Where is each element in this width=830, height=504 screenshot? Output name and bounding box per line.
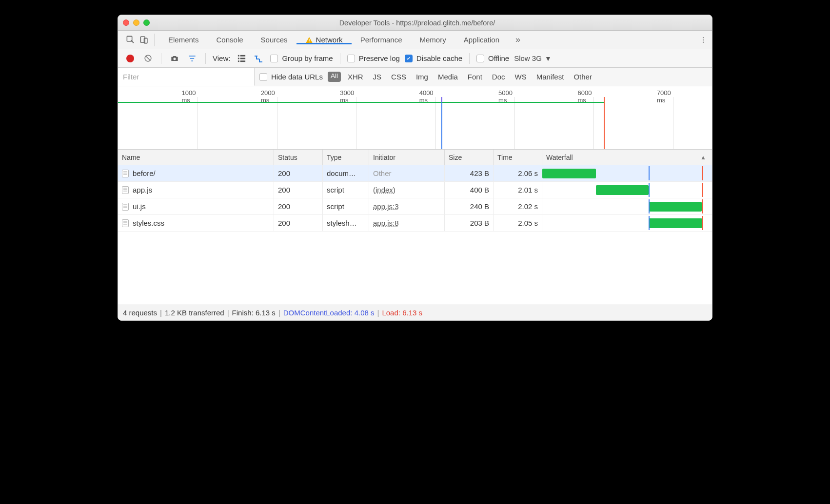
tab-network[interactable]: Network bbox=[296, 36, 352, 44]
file-icon bbox=[122, 170, 129, 177]
svg-rect-11 bbox=[240, 55, 245, 57]
network-toolbar: View: Group by frame Preserve log Disabl… bbox=[118, 49, 712, 68]
warning-icon bbox=[305, 36, 313, 44]
timeline-tick: 5000 ms bbox=[514, 86, 514, 149]
status-dcll: DOMContentLoaded: 4.08 s bbox=[283, 309, 375, 317]
record-button[interactable] bbox=[124, 52, 137, 65]
panel-tab-bar: ElementsConsoleSourcesNetworkPerformance… bbox=[118, 31, 712, 49]
tab-sources[interactable]: Sources bbox=[252, 36, 296, 44]
svg-point-5 bbox=[703, 37, 704, 38]
timeline-tick: 2000 ms bbox=[277, 86, 277, 149]
initiator-link[interactable]: (index) bbox=[373, 186, 395, 194]
svg-point-6 bbox=[703, 39, 704, 40]
col-initiator[interactable]: Initiator bbox=[369, 150, 445, 165]
filter-type-css[interactable]: CSS bbox=[388, 72, 409, 82]
timeline-tick: 7000 ms bbox=[672, 86, 673, 149]
svg-rect-12 bbox=[238, 58, 239, 59]
file-icon bbox=[122, 203, 129, 211]
filter-type-media[interactable]: Media bbox=[435, 72, 461, 82]
status-bar: 4 requests | 1.2 KB transferred | Finish… bbox=[118, 305, 712, 320]
disable-cache-option[interactable]: Disable cache bbox=[405, 54, 462, 62]
svg-rect-14 bbox=[238, 60, 239, 62]
svg-rect-15 bbox=[240, 60, 245, 62]
tab-performance[interactable]: Performance bbox=[352, 36, 411, 44]
overview-timeline[interactable]: 1000 ms2000 ms3000 ms4000 ms5000 ms6000 … bbox=[118, 86, 712, 150]
filter-type-font[interactable]: Font bbox=[465, 72, 485, 82]
file-icon bbox=[122, 186, 129, 194]
timeline-tick: 4000 ms bbox=[435, 86, 435, 149]
hide-data-urls-option[interactable]: Hide data URLs bbox=[259, 73, 323, 81]
offline-checkbox[interactable] bbox=[476, 55, 484, 62]
titlebar: Developer Tools - https://preload.glitch… bbox=[118, 15, 712, 31]
col-name[interactable]: Name bbox=[118, 150, 274, 165]
status-finish: Finish: 6.13 s bbox=[232, 309, 276, 317]
timeline-tick: 1000 ms bbox=[197, 86, 198, 149]
group-by-frame-option[interactable]: Group by frame bbox=[270, 54, 333, 62]
col-status[interactable]: Status bbox=[274, 150, 323, 165]
tab-console[interactable]: Console bbox=[208, 36, 252, 44]
table-row[interactable]: before/200docum…Other423 B2.06 s bbox=[118, 165, 712, 182]
table-header: Name Status Type Initiator Size Time Wat… bbox=[118, 150, 712, 165]
close-window-button[interactable] bbox=[123, 19, 129, 26]
frames-view-icon[interactable] bbox=[253, 52, 265, 65]
filter-type-img[interactable]: Img bbox=[413, 72, 431, 82]
device-toolbar-icon[interactable] bbox=[138, 34, 150, 46]
col-type[interactable]: Type bbox=[323, 150, 369, 165]
status-requests: 4 requests bbox=[123, 309, 157, 317]
svg-rect-3 bbox=[309, 39, 309, 41]
timeline-tick: 6000 ms bbox=[593, 86, 593, 149]
offline-option[interactable]: Offline bbox=[476, 54, 509, 62]
sort-indicator-icon: ▲ bbox=[700, 154, 706, 161]
svg-point-7 bbox=[703, 41, 704, 42]
throttling-select[interactable]: Slow 3G ▼ bbox=[514, 54, 552, 62]
file-icon bbox=[122, 219, 129, 227]
filter-type-other[interactable]: Other bbox=[571, 72, 595, 82]
col-waterfall[interactable]: Waterfall ▲ bbox=[542, 150, 712, 165]
window-controls bbox=[123, 19, 150, 26]
table-row[interactable]: styles.css200stylesh…app.js:8203 B2.05 s bbox=[118, 215, 712, 232]
preserve-log-option[interactable]: Preserve log bbox=[347, 54, 400, 62]
filter-type-doc[interactable]: Doc bbox=[489, 72, 508, 82]
requests-table: Name Status Type Initiator Size Time Wat… bbox=[118, 150, 712, 305]
tab-memory[interactable]: Memory bbox=[411, 36, 455, 44]
capture-screenshots-icon[interactable] bbox=[168, 52, 181, 65]
status-load: Load: 6.13 s bbox=[382, 309, 422, 317]
clear-button[interactable] bbox=[141, 52, 154, 65]
tab-elements[interactable]: Elements bbox=[159, 36, 208, 44]
svg-rect-13 bbox=[240, 58, 245, 59]
filter-type-manifest[interactable]: Manifest bbox=[534, 72, 567, 82]
initiator-link[interactable]: app.js:8 bbox=[373, 219, 399, 227]
status-transferred: 1.2 KB transferred bbox=[165, 309, 224, 317]
svg-rect-10 bbox=[238, 55, 239, 57]
minimize-window-button[interactable] bbox=[133, 19, 139, 26]
filter-toggle-icon[interactable] bbox=[186, 52, 198, 65]
table-row[interactable]: ui.js200scriptapp.js:3240 B2.02 s bbox=[118, 198, 712, 215]
more-panels-button[interactable]: » bbox=[511, 33, 525, 47]
filter-input[interactable] bbox=[118, 68, 255, 86]
window-title: Developer Tools - https://preload.glitch… bbox=[157, 19, 678, 27]
list-view-icon[interactable] bbox=[235, 52, 248, 65]
filter-type-ws[interactable]: WS bbox=[512, 72, 530, 82]
svg-point-9 bbox=[174, 58, 176, 60]
filter-type-all[interactable]: All bbox=[328, 72, 341, 82]
timeline-tick: 3000 ms bbox=[356, 86, 356, 149]
hide-data-urls-checkbox[interactable] bbox=[259, 73, 267, 81]
devtools-window: Developer Tools - https://preload.glitch… bbox=[118, 15, 712, 321]
col-size[interactable]: Size bbox=[445, 150, 494, 165]
fullscreen-window-button[interactable] bbox=[143, 19, 150, 26]
svg-rect-4 bbox=[309, 41, 309, 42]
disable-cache-checkbox[interactable] bbox=[405, 55, 413, 62]
devtools-menu-button[interactable] bbox=[696, 36, 710, 44]
tab-application[interactable]: Application bbox=[455, 36, 508, 44]
table-row[interactable]: app.js200script(index)400 B2.01 s bbox=[118, 182, 712, 198]
filter-type-js[interactable]: JS bbox=[370, 72, 385, 82]
chevron-down-icon: ▼ bbox=[545, 55, 552, 62]
initiator-link[interactable]: app.js:3 bbox=[373, 202, 399, 211]
group-by-frame-checkbox[interactable] bbox=[270, 55, 278, 62]
filter-bar: Hide data URLs AllXHRJSCSSImgMediaFontDo… bbox=[118, 68, 712, 86]
inspect-element-icon[interactable] bbox=[124, 34, 137, 46]
col-time[interactable]: Time bbox=[494, 150, 542, 165]
preserve-log-checkbox[interactable] bbox=[347, 55, 355, 62]
filter-type-xhr[interactable]: XHR bbox=[345, 72, 366, 82]
view-label: View: bbox=[213, 54, 230, 62]
